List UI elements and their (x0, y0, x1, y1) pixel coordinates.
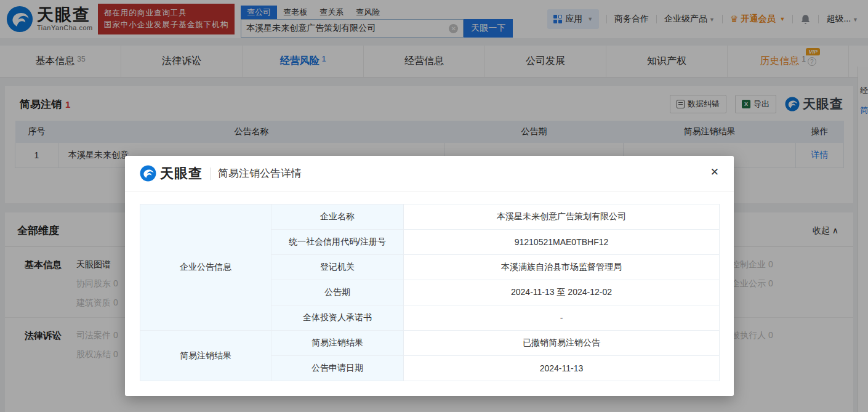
modal-field-value: 91210521MAE0TBHF12 (404, 230, 720, 255)
modal-table-row: 企业公告信息企业名称本溪星未来创意广告策划有限公司 (140, 204, 720, 230)
modal-field-value: 本溪星未来创意广告策划有限公司 (404, 204, 720, 230)
modal-field-label: 全体投资人承诺书 (271, 305, 404, 331)
deregistration-detail-modal: 天眼查 简易注销公告详情 ✕ 企业公告信息企业名称本溪星未来创意广告策划有限公司… (125, 156, 734, 396)
tianyancha-logo-icon (140, 165, 156, 182)
modal-field-label: 企业名称 (271, 204, 404, 230)
modal-field-label: 登记机关 (271, 255, 404, 280)
modal-table-row: 简易注销结果简易注销结果已撤销简易注销公告 (140, 331, 720, 356)
divider (210, 168, 211, 180)
modal-field-value: 2024-11-13 (404, 356, 720, 381)
modal-field-value: - (404, 305, 720, 331)
modal-group-cell: 简易注销结果 (140, 331, 271, 381)
modal-field-value: 已撤销简易注销公告 (404, 331, 720, 356)
modal-field-label: 统一社会信用代码/注册号 (271, 230, 404, 255)
modal-title: 简易注销公告详情 (218, 166, 302, 180)
modal-header: 天眼查 简易注销公告详情 ✕ (125, 156, 734, 192)
modal-detail-table: 企业公告信息企业名称本溪星未来创意广告策划有限公司统一社会信用代码/注册号912… (140, 204, 720, 381)
modal-field-label: 公告申请日期 (271, 356, 404, 381)
modal-brand: 天眼查 (160, 164, 203, 183)
close-icon[interactable]: ✕ (710, 167, 719, 177)
modal-field-value: 2024-11-13 至 2024-12-02 (404, 280, 720, 305)
modal-field-label: 公告期 (271, 280, 404, 305)
modal-group-cell: 企业公告信息 (140, 204, 271, 331)
modal-field-label: 简易注销结果 (271, 331, 404, 356)
modal-field-value: 本溪满族自治县市场监督管理局 (404, 255, 720, 280)
page: 天眼查 TianYanCha.com 都在用的商业查询工具 国家中小企业发展子基… (0, 0, 868, 412)
